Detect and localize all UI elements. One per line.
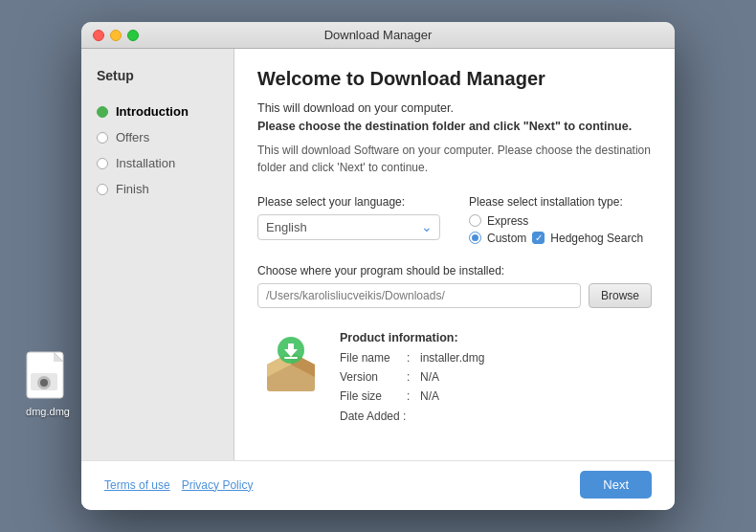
- custom-label: Custom: [487, 232, 526, 245]
- product-icon: [257, 331, 324, 398]
- custom-radio[interactable]: [469, 232, 481, 244]
- next-button[interactable]: Next: [580, 471, 652, 499]
- window-body: Setup Introduction Offers Installation F…: [81, 49, 675, 460]
- language-select-wrapper: English ⌄: [257, 214, 440, 240]
- express-label: Express: [487, 214, 528, 228]
- pi-key-version: Version: [340, 367, 407, 387]
- step-dot-finish: [97, 184, 108, 195]
- close-button[interactable]: [93, 30, 104, 41]
- sidebar-label-finish: Finish: [116, 182, 149, 196]
- window-title: Download Manager: [324, 28, 433, 42]
- title-bar: Download Manager: [81, 22, 675, 49]
- step-dot-installation: [97, 158, 108, 169]
- product-info-title: Product information:: [340, 331, 652, 344]
- pi-val-filesize: N/A: [420, 387, 439, 406]
- footer: Terms of use Privacy Policy Next: [81, 460, 675, 510]
- sidebar-item-finish[interactable]: Finish: [81, 176, 233, 202]
- dmg-label: dmg.dmg: [26, 406, 70, 417]
- path-input-row: Browse: [257, 283, 652, 308]
- form-row: Please select your language: English ⌄ P…: [257, 195, 652, 249]
- step-dot-offers: [97, 132, 108, 144]
- custom-option[interactable]: Custom ✓ Hedgehog Search: [469, 232, 652, 245]
- product-info-table: File name : installer.dmg Version : N/A …: [340, 348, 652, 427]
- browse-button[interactable]: Browse: [589, 283, 652, 308]
- sidebar-label-offers: Offers: [116, 130, 149, 144]
- custom-radio-inner: [472, 234, 478, 241]
- main-window: Download Manager Setup Introduction Offe…: [81, 22, 675, 510]
- sidebar-heading: Setup: [81, 68, 233, 99]
- language-select[interactable]: English: [257, 214, 440, 240]
- pi-row-filesize: File size : N/A: [340, 387, 652, 406]
- svg-point-5: [40, 379, 48, 387]
- minimize-button[interactable]: [110, 30, 122, 41]
- hedgehog-label: Hedgehog Search: [550, 232, 643, 245]
- install-path-row: Choose where your program should be inst…: [257, 264, 652, 308]
- sidebar-label-installation: Installation: [116, 156, 175, 170]
- sidebar-item-introduction[interactable]: Introduction: [81, 99, 233, 124]
- language-group: Please select your language: English ⌄: [257, 195, 440, 249]
- sidebar-item-offers[interactable]: Offers: [81, 124, 233, 150]
- pi-row-dateadded: Date Added :: [340, 407, 652, 426]
- sidebar-label-introduction: Introduction: [116, 104, 189, 119]
- product-info: Product information: File name : install…: [257, 331, 652, 427]
- welcome-desc1: This will download on your computer. Ple…: [257, 100, 652, 136]
- desktop-icon[interactable]: dmg.dmg: [25, 348, 71, 417]
- sidebar-item-installation[interactable]: Installation: [81, 150, 233, 176]
- express-radio[interactable]: [469, 214, 481, 227]
- welcome-desc2: This will download Software on your comp…: [257, 142, 652, 176]
- product-details: Product information: File name : install…: [340, 331, 652, 427]
- terms-link[interactable]: Terms of use: [104, 478, 170, 492]
- step-dot-introduction: [97, 106, 108, 118]
- pi-key-filename: File name: [340, 348, 407, 367]
- traffic-lights: [93, 30, 139, 41]
- install-type-group: Please select installation type: Express…: [469, 195, 652, 249]
- pi-val-version: N/A: [420, 367, 439, 387]
- express-option[interactable]: Express: [469, 214, 652, 228]
- path-input[interactable]: [257, 283, 581, 308]
- pi-val-filename: installer.dmg: [420, 348, 484, 367]
- main-content: Welcome to Download Manager This will do…: [234, 49, 675, 460]
- footer-links: Terms of use Privacy Policy: [104, 478, 253, 492]
- privacy-link[interactable]: Privacy Policy: [182, 478, 254, 492]
- install-type-label: Please select installation type:: [469, 195, 652, 209]
- pi-row-filename: File name : installer.dmg: [340, 348, 652, 367]
- sidebar: Setup Introduction Offers Installation F…: [81, 49, 234, 460]
- svg-rect-12: [284, 357, 298, 359]
- pi-key-filesize: File size: [340, 387, 407, 406]
- hedgehog-checkbox[interactable]: ✓: [532, 232, 545, 244]
- maximize-button[interactable]: [127, 30, 139, 41]
- language-label: Please select your language:: [257, 195, 440, 209]
- pi-key-dateadded: Date Added :: [340, 407, 407, 426]
- pi-row-version: Version : N/A: [340, 367, 652, 387]
- welcome-title: Welcome to Download Manager: [257, 68, 652, 90]
- path-label: Choose where your program should be inst…: [257, 264, 652, 277]
